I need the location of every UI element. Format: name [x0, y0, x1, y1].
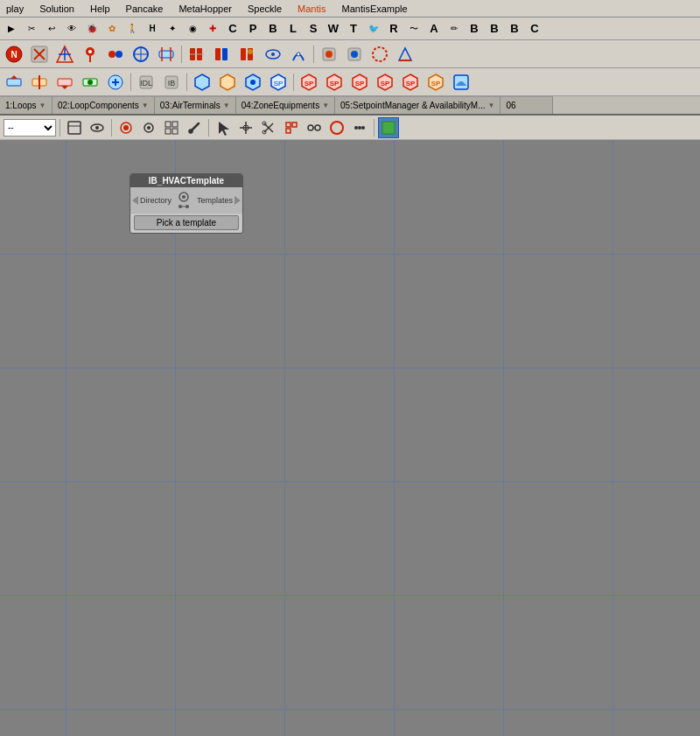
tb3-sp-2[interactable]: SP: [322, 70, 346, 95]
svg-rect-25: [241, 48, 246, 60]
tb1-arrow-btn[interactable]: ▶: [2, 19, 21, 39]
tb1-l-btn[interactable]: L: [284, 19, 303, 39]
tb1-person-btn[interactable]: 🚶: [122, 19, 142, 39]
port-left-triangle: [132, 196, 138, 205]
menu-bar: play Solution Help Pancake MetaHopper Sp…: [0, 0, 700, 18]
grid-v-4: [394, 140, 395, 736]
port-left[interactable]: Directory: [130, 196, 172, 205]
tb3-icon-6[interactable]: IDL: [134, 70, 158, 95]
tb4-eye-btn[interactable]: [87, 117, 108, 138]
tb2-icon-13[interactable]: [317, 42, 341, 67]
tb1-b4-btn[interactable]: B: [505, 19, 524, 39]
tb4-pointer-btn[interactable]: [213, 117, 234, 138]
tb4-crosshair-btn[interactable]: [235, 117, 256, 138]
tb3-water-icon[interactable]: [449, 70, 473, 95]
tb4-record-btn[interactable]: [116, 117, 136, 138]
tb1-eye-btn[interactable]: 👁: [62, 19, 81, 39]
tab-loopcomponents[interactable]: 02:LoopComponents ▼: [52, 96, 155, 114]
tb1-wave-btn[interactable]: 〜: [404, 19, 424, 39]
tb1-p-btn[interactable]: P: [243, 19, 262, 39]
tb3-hex-1[interactable]: [190, 70, 214, 95]
tb1-undo-btn[interactable]: ↩: [42, 19, 61, 39]
menu-help[interactable]: Help: [88, 3, 113, 15]
zoom-select[interactable]: -- 50% 100% 200%: [4, 119, 56, 137]
tb2-icon-6[interactable]: [129, 42, 153, 67]
menu-pancake[interactable]: Pancake: [123, 3, 166, 15]
tb3-icon-7[interactable]: IB: [159, 70, 184, 95]
pick-template-button[interactable]: Pick a template: [134, 215, 239, 230]
tb1-pen-btn[interactable]: ✏: [444, 19, 464, 39]
tb4-circle-btn[interactable]: [326, 117, 347, 138]
tb4-grid-btn[interactable]: [161, 117, 182, 138]
tb2-icon-15[interactable]: [368, 42, 392, 67]
menu-speckle[interactable]: Speckle: [245, 3, 284, 15]
tb1-c-btn[interactable]: C: [223, 19, 242, 39]
tb4-wrench-btn[interactable]: [184, 117, 205, 138]
tb1-b3-btn[interactable]: B: [485, 19, 504, 39]
tb2-icon-11[interactable]: [261, 42, 285, 67]
tb2-icon-16[interactable]: [393, 42, 417, 67]
tb4-nodes-btn[interactable]: [304, 117, 325, 138]
tb2-icon-10[interactable]: [235, 42, 260, 67]
tb2-icon-8[interactable]: [185, 42, 209, 67]
tb1-circle-btn[interactable]: ◉: [183, 19, 202, 39]
tab-06[interactable]: 06: [500, 96, 553, 114]
tb1-b2-btn[interactable]: B: [465, 19, 484, 39]
tb3-sp-5[interactable]: SP: [398, 70, 423, 95]
tb3-sp-4[interactable]: SP: [373, 70, 397, 95]
tb2-icon-1[interactable]: N: [2, 42, 26, 67]
tb3-hex-2[interactable]: [215, 70, 240, 95]
tb1-t-btn[interactable]: T: [344, 19, 363, 39]
tb2-icon-9[interactable]: [210, 42, 234, 67]
menu-solution[interactable]: Solution: [37, 3, 77, 15]
tb1-s-btn[interactable]: S: [304, 19, 323, 39]
tab-zoneequipments[interactable]: 04:ZoneEquipments ▼: [236, 96, 335, 114]
tb2-icon-2[interactable]: [27, 42, 52, 67]
tb1-scissors-btn[interactable]: ✂: [22, 19, 41, 39]
tb3-sp-6[interactable]: SP: [424, 70, 448, 95]
tab-airterminals[interactable]: 03:AirTerminals ▼: [155, 96, 236, 114]
menu-metahopper[interactable]: MetaHopper: [176, 3, 234, 15]
tb1-bug-btn[interactable]: 🐞: [82, 19, 102, 39]
tb4-settings-btn[interactable]: [138, 117, 159, 138]
tab-loops[interactable]: 1:Loops ▼: [0, 96, 52, 114]
tb1-h-btn[interactable]: H: [143, 19, 162, 39]
svg-point-44: [88, 80, 93, 85]
tb2-icon-5[interactable]: [103, 42, 128, 67]
tb1-w-btn[interactable]: W: [324, 19, 343, 39]
menu-mantis[interactable]: Mantis: [295, 3, 328, 15]
tb3-icon-2[interactable]: [27, 70, 52, 95]
port-right[interactable]: Templates: [197, 196, 242, 205]
tb4-dots-btn[interactable]: [349, 117, 370, 138]
tb2-icon-14[interactable]: [342, 42, 367, 67]
tb4-green-square-btn[interactable]: [378, 117, 399, 138]
tb2-icon-4[interactable]: [78, 42, 102, 67]
tab-setpointmanager[interactable]: 05:SetpointManager & AvailabilityM... ▼: [335, 96, 500, 114]
tb3-icon-1[interactable]: [2, 70, 26, 95]
tb1-flower-btn[interactable]: ✿: [102, 19, 122, 39]
canvas-area[interactable]: IB_HVACTemplate Directory Templates: [0, 140, 700, 736]
tb1-a-btn[interactable]: A: [424, 19, 444, 39]
menu-play[interactable]: play: [4, 3, 26, 15]
tb1-bird-btn[interactable]: 🐦: [364, 19, 383, 39]
tb1-cross-btn[interactable]: ✚: [203, 19, 222, 39]
tb1-star-btn[interactable]: ✦: [163, 19, 182, 39]
tb2-icon-3[interactable]: [52, 42, 77, 67]
tb4-multiselect-btn[interactable]: [281, 117, 302, 138]
tb3-sp-1[interactable]: SP: [297, 70, 321, 95]
tb1-b-btn[interactable]: B: [263, 19, 283, 39]
tb3-icon-5[interactable]: [103, 70, 128, 95]
tb3-hex-3[interactable]: [241, 70, 265, 95]
tb4-scissor-btn[interactable]: [258, 117, 279, 138]
tb3-icon-3[interactable]: [52, 70, 77, 95]
tb2-icon-7[interactable]: [154, 42, 178, 67]
tb3-hex-4[interactable]: SP: [266, 70, 290, 95]
tb1-c2-btn[interactable]: C: [525, 19, 544, 39]
tb1-r-btn[interactable]: R: [384, 19, 403, 39]
menu-mantisexample[interactable]: MantisExample: [339, 3, 410, 15]
svg-text:IDL: IDL: [140, 79, 152, 88]
tb3-icon-4[interactable]: [78, 70, 102, 95]
tb4-frame-btn[interactable]: [64, 117, 85, 138]
tb2-icon-12[interactable]: [286, 42, 311, 67]
tb3-sp-3[interactable]: SP: [347, 70, 372, 95]
